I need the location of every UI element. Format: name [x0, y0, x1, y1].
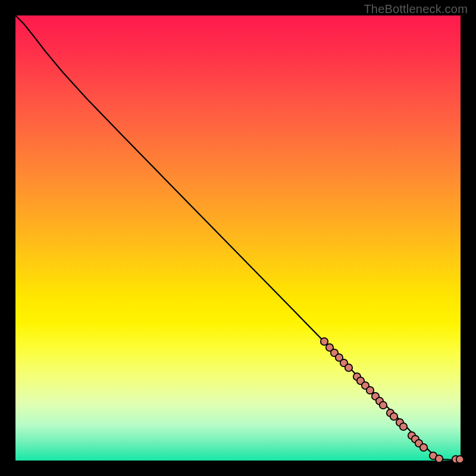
highlight-dot: [420, 444, 427, 451]
curve-line: [15, 15, 461, 460]
watermark-label: TheBottleneck.com: [364, 2, 468, 16]
highlight-dot: [367, 387, 374, 394]
highlight-dot: [321, 338, 328, 345]
highlight-dot: [436, 455, 443, 462]
highlight-dot: [380, 402, 387, 409]
plot-area: [15, 15, 461, 461]
highlight-dots-group: [321, 338, 464, 463]
highlight-dot: [390, 413, 397, 420]
chart-frame: TheBottleneck.com: [0, 0, 476, 476]
highlight-dot: [345, 364, 352, 371]
highlight-dot: [456, 456, 464, 463]
chart-svg: [15, 15, 461, 461]
highlight-dot: [400, 423, 407, 430]
